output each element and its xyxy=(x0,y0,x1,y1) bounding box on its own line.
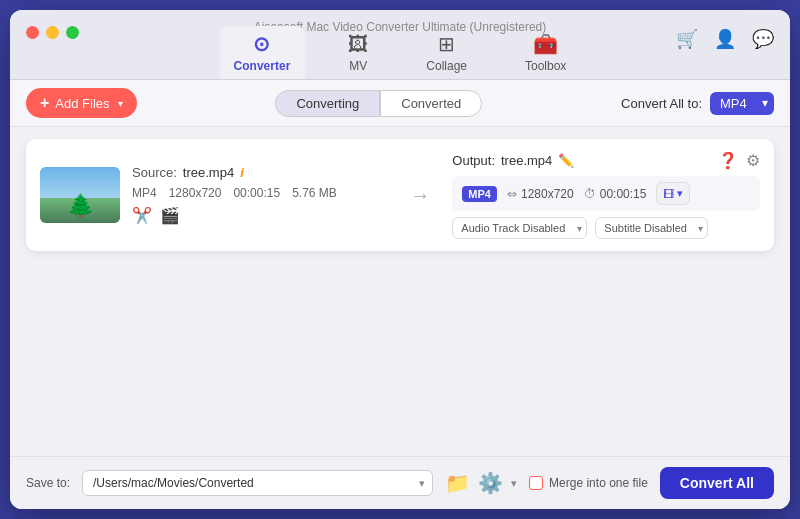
tab-collage[interactable]: ⊞ Collage xyxy=(412,26,481,79)
cart-icon[interactable]: 🛒 xyxy=(676,28,698,50)
nav-tabs: ⊙ Converter 🖼 MV ⊞ Collage 🧰 Toolbox xyxy=(220,26,581,79)
format-icon-button[interactable]: 🎞 ▾ xyxy=(656,182,690,205)
output-format-badge: MP4 xyxy=(462,186,497,202)
subtitle-select[interactable]: Subtitle Disabled Subtitle 1 xyxy=(595,217,708,239)
plus-icon: + xyxy=(40,94,49,112)
source-label: Source: xyxy=(132,165,177,180)
minimize-button[interactable] xyxy=(46,26,59,39)
edit-icon[interactable]: ✏️ xyxy=(558,153,574,168)
settings-chevron-icon: ▾ xyxy=(511,477,517,490)
footer: Save to: ▾ 📁 ⚙️ ▾ Merge into one file Co… xyxy=(10,456,790,509)
close-button[interactable] xyxy=(26,26,39,39)
header-icons: 🛒 👤 💬 xyxy=(676,28,774,50)
add-files-button[interactable]: + Add Files ▾ xyxy=(26,88,137,118)
collage-icon: ⊞ xyxy=(438,32,455,56)
file-meta: MP4 1280x720 00:00:15 5.76 MB xyxy=(132,186,388,200)
output-name: Output: tree.mp4 ✏️ xyxy=(452,153,574,168)
mv-icon: 🖼 xyxy=(348,33,368,56)
path-input[interactable] xyxy=(82,470,433,496)
maximize-button[interactable] xyxy=(66,26,79,39)
file-item: 🌲 Source: tree.mp4 i MP4 1280x720 00:00:… xyxy=(26,139,774,251)
clock-icon: ⏱ xyxy=(584,187,596,201)
footer-actions: 📁 ⚙️ ▾ xyxy=(445,471,517,495)
add-files-label: Add Files xyxy=(55,96,109,111)
output-resolution: 1280x720 xyxy=(521,187,574,201)
tab-mv-label: MV xyxy=(349,59,367,73)
mp4-icon: 🎞 xyxy=(663,188,674,200)
info-icon[interactable]: i xyxy=(240,165,244,180)
tab-converter[interactable]: ⊙ Converter xyxy=(220,26,305,79)
main-window: Aiseesoft Mac Video Converter Ultimate (… xyxy=(10,10,790,509)
main-content: 🌲 Source: tree.mp4 i MP4 1280x720 00:00:… xyxy=(10,127,790,456)
tab-switcher: Converting Converted xyxy=(275,90,482,117)
tab-toolbox-label: Toolbox xyxy=(525,59,566,73)
file-format: MP4 xyxy=(132,186,157,200)
format-select-wrap: MP4 MOV AVI MKV xyxy=(710,92,774,115)
dropdowns: Audio Track Disabled Audio Track 1 Subti… xyxy=(452,217,760,239)
tab-collage-label: Collage xyxy=(426,59,467,73)
toolbox-icon: 🧰 xyxy=(533,32,558,56)
file-source: Source: tree.mp4 i xyxy=(132,165,388,180)
format-btn-chevron: ▾ xyxy=(677,187,683,200)
file-info: Source: tree.mp4 i MP4 1280x720 00:00:15… xyxy=(132,165,388,225)
folder-button[interactable]: 📁 xyxy=(445,471,470,495)
file-duration: 00:00:15 xyxy=(233,186,280,200)
tab-mv[interactable]: 🖼 MV xyxy=(334,27,382,79)
arrow-icon: → xyxy=(410,184,430,207)
tab-toolbox[interactable]: 🧰 Toolbox xyxy=(511,26,580,79)
output-header: Output: tree.mp4 ✏️ ❓ ⚙ xyxy=(452,151,760,170)
output-meta: MP4 ⇔ 1280x720 ⏱ 00:00:15 🎞 ▾ xyxy=(452,176,760,211)
subtitle-wrap: Subtitle Disabled Subtitle 1 xyxy=(595,217,708,239)
merge-checkbox[interactable] xyxy=(529,476,543,490)
arrow-area: → xyxy=(400,184,440,207)
save-to-label: Save to: xyxy=(26,476,70,490)
file-resolution: 1280x720 xyxy=(169,186,222,200)
chat-icon[interactable]: 💬 xyxy=(752,28,774,50)
convert-all-button[interactable]: Convert All xyxy=(660,467,774,499)
tab-converter-label: Converter xyxy=(234,59,291,73)
settings2-button[interactable]: ⚙️ xyxy=(478,471,503,495)
audio-track-wrap: Audio Track Disabled Audio Track 1 xyxy=(452,217,587,239)
output-filename: tree.mp4 xyxy=(501,153,552,168)
format-select[interactable]: MP4 MOV AVI MKV xyxy=(710,92,774,115)
toolbar: + Add Files ▾ Converting Converted Conve… xyxy=(10,80,790,127)
converter-icon: ⊙ xyxy=(253,32,270,56)
duration-meta: ⏱ 00:00:15 xyxy=(584,187,647,201)
scissors-icon[interactable]: ✂️ xyxy=(132,206,152,225)
merge-text: Merge into one file xyxy=(549,476,648,490)
output-duration: 00:00:15 xyxy=(600,187,647,201)
file-actions: ✂️ 🎬 xyxy=(132,206,388,225)
clip-icon[interactable]: 🎬 xyxy=(160,206,180,225)
output-label: Output: xyxy=(452,153,495,168)
thumbnail: 🌲 xyxy=(40,167,120,223)
convert-all-to-label: Convert All to: xyxy=(621,96,702,111)
output-section: Output: tree.mp4 ✏️ ❓ ⚙ MP4 ⇔ 1280x720 xyxy=(452,151,760,239)
converting-tab-button[interactable]: Converting xyxy=(275,90,380,117)
convert-all-to-section: Convert All to: MP4 MOV AVI MKV xyxy=(621,92,774,115)
thumbnail-tree: 🌲 xyxy=(67,193,94,219)
resolution-meta: ⇔ 1280x720 xyxy=(507,187,574,201)
audio-track-select[interactable]: Audio Track Disabled Audio Track 1 xyxy=(452,217,587,239)
chevron-down-icon: ▾ xyxy=(118,98,123,109)
path-input-wrap: ▾ xyxy=(82,470,433,496)
source-filename: tree.mp4 xyxy=(183,165,234,180)
merge-label[interactable]: Merge into one file xyxy=(529,476,648,490)
resize-icon: ⇔ xyxy=(507,187,517,201)
question-icon[interactable]: ❓ xyxy=(718,151,738,170)
traffic-lights xyxy=(26,26,79,39)
titlebar: Aiseesoft Mac Video Converter Ultimate (… xyxy=(10,10,790,80)
settings-icon[interactable]: ⚙ xyxy=(746,151,760,170)
user-icon[interactable]: 👤 xyxy=(714,28,736,50)
output-actions: ❓ ⚙ xyxy=(718,151,760,170)
file-size: 5.76 MB xyxy=(292,186,337,200)
converted-tab-button[interactable]: Converted xyxy=(380,90,482,117)
